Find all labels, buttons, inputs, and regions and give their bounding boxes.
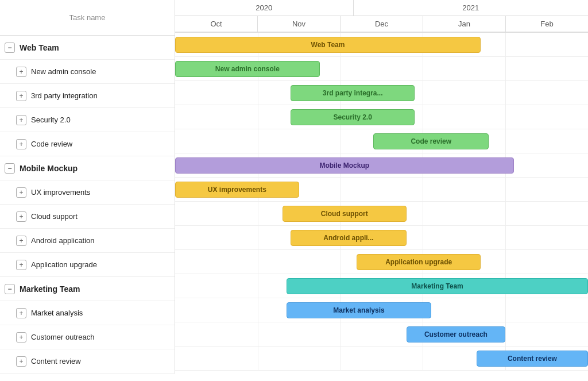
child-task-row[interactable]: +Security 2.0 bbox=[0, 108, 175, 132]
month-divider bbox=[505, 322, 506, 346]
gantt-bar[interactable]: Market analysis bbox=[287, 302, 431, 318]
month-divider bbox=[258, 105, 258, 129]
month-divider bbox=[505, 129, 506, 153]
expand-icon[interactable]: + bbox=[16, 139, 26, 149]
gantt-bar[interactable]: Content review bbox=[477, 351, 588, 367]
month-divider bbox=[258, 274, 258, 298]
chart-row-inner: Customer outreach bbox=[175, 322, 588, 346]
chart-row-inner: UX improvements bbox=[175, 178, 588, 201]
chart-row: Android appli... bbox=[175, 226, 588, 250]
month-divider bbox=[423, 178, 423, 201]
collapse-icon[interactable]: − bbox=[5, 163, 15, 174]
month-divider bbox=[258, 322, 258, 346]
task-rows: −Web Team+New admin console+3rd party in… bbox=[0, 36, 175, 374]
gantt-bar[interactable]: UX improvements bbox=[175, 182, 299, 198]
month-divider bbox=[258, 347, 258, 370]
task-label: Customer outreach bbox=[31, 333, 95, 341]
month-divider bbox=[423, 81, 423, 105]
chart-row-inner: 3rd party integra... bbox=[175, 81, 588, 105]
month-divider bbox=[505, 202, 506, 225]
child-task-row[interactable]: +Code review bbox=[0, 132, 175, 156]
chart-row: UX improvements bbox=[175, 178, 588, 202]
task-label: Marketing Team bbox=[20, 284, 80, 294]
gantt-bar[interactable]: Mobile Mockup bbox=[175, 157, 514, 174]
chart-row: Market analysis bbox=[175, 298, 588, 322]
group-task-row[interactable]: −Web Team bbox=[0, 36, 175, 60]
chart-row-inner: Cloud support bbox=[175, 202, 588, 225]
task-list-header: Task name bbox=[0, 0, 175, 36]
month-divider bbox=[505, 250, 506, 274]
expand-icon[interactable]: + bbox=[16, 211, 26, 222]
expand-icon[interactable]: + bbox=[16, 308, 26, 318]
task-label: Web Team bbox=[20, 43, 59, 52]
gantt-bar[interactable]: Marketing Team bbox=[287, 278, 588, 294]
child-task-row[interactable]: +UX improvements bbox=[0, 180, 175, 205]
task-label: Application upgrade bbox=[31, 260, 97, 269]
collapse-icon[interactable]: − bbox=[5, 284, 15, 294]
month-dec: Dec bbox=[341, 16, 423, 32]
gantt-bar[interactable]: New admin console bbox=[175, 61, 320, 77]
task-label: Code review bbox=[31, 140, 72, 148]
chart-row-inner: Market analysis bbox=[175, 298, 588, 322]
month-divider bbox=[423, 347, 423, 370]
month-divider bbox=[423, 57, 423, 80]
chart-row: Web Team bbox=[175, 33, 588, 57]
chart-row-inner: Security 2.0 bbox=[175, 105, 588, 129]
child-task-row[interactable]: +New admin console bbox=[0, 60, 175, 84]
month-oct: Oct bbox=[175, 16, 258, 32]
gantt-bar[interactable]: Cloud support bbox=[283, 206, 407, 222]
child-task-row[interactable]: +Market analysis bbox=[0, 301, 175, 325]
year-2020: 2020 bbox=[175, 0, 354, 16]
task-label: Content review bbox=[31, 357, 81, 365]
gantt-bar[interactable]: Customer outreach bbox=[407, 326, 506, 342]
month-divider bbox=[505, 57, 506, 80]
child-task-row[interactable]: +Customer outreach bbox=[0, 325, 175, 349]
gantt-bar[interactable]: Code review bbox=[373, 133, 489, 149]
expand-icon[interactable]: + bbox=[16, 236, 26, 246]
expand-icon[interactable]: + bbox=[16, 115, 26, 125]
gantt-bar[interactable]: Application upgrade bbox=[357, 254, 481, 270]
gantt-bar[interactable]: Security 2.0 bbox=[291, 109, 415, 125]
month-jan: Jan bbox=[423, 16, 506, 32]
child-task-row[interactable]: +3rd party integration bbox=[0, 84, 175, 108]
expand-icon[interactable]: + bbox=[16, 260, 26, 270]
expand-icon[interactable]: + bbox=[16, 187, 26, 198]
month-divider bbox=[341, 250, 341, 274]
expand-icon[interactable]: + bbox=[16, 91, 26, 101]
task-label: UX improvements bbox=[31, 188, 90, 197]
month-divider bbox=[341, 322, 341, 346]
child-task-row[interactable]: +Content review bbox=[0, 349, 175, 374]
expand-icon[interactable]: + bbox=[16, 332, 26, 342]
expand-icon[interactable]: + bbox=[16, 67, 26, 77]
gantt-chart: Task name −Web Team+New admin console+3r… bbox=[0, 0, 588, 374]
year-row: 2020 2021 bbox=[175, 0, 588, 16]
month-nov: Nov bbox=[258, 16, 341, 32]
month-divider bbox=[341, 347, 341, 370]
month-divider bbox=[258, 298, 258, 322]
child-task-row[interactable]: +Cloud support bbox=[0, 205, 175, 229]
gantt-bar[interactable]: Android appli... bbox=[291, 230, 406, 246]
chart-row-inner: Content review bbox=[175, 347, 588, 370]
child-task-row[interactable]: +Application upgrade bbox=[0, 253, 175, 277]
gantt-bar[interactable]: Web Team bbox=[175, 37, 481, 53]
month-divider bbox=[258, 129, 258, 153]
chart-row-inner: Marketing Team bbox=[175, 274, 588, 298]
task-label: New admin console bbox=[31, 67, 96, 76]
child-task-row[interactable]: +Android application bbox=[0, 229, 175, 253]
month-divider bbox=[341, 57, 341, 80]
gantt-bar[interactable]: 3rd party integra... bbox=[291, 85, 415, 101]
collapse-icon[interactable]: − bbox=[5, 43, 15, 53]
chart-rows: Web TeamNew admin console3rd party integ… bbox=[175, 33, 588, 371]
month-divider bbox=[423, 226, 423, 249]
month-divider bbox=[505, 33, 506, 56]
group-task-row[interactable]: −Marketing Team bbox=[0, 277, 175, 301]
chart-row: Marketing Team bbox=[175, 274, 588, 298]
year-2021: 2021 bbox=[354, 0, 588, 16]
month-divider bbox=[505, 105, 506, 129]
chart-row-inner: Application upgrade bbox=[175, 250, 588, 274]
chart-row: 3rd party integra... bbox=[175, 81, 588, 105]
group-task-row[interactable]: −Mobile Mockup bbox=[0, 156, 175, 180]
chart-row-inner: Code review bbox=[175, 129, 588, 153]
chart-row-inner: Mobile Mockup bbox=[175, 153, 588, 177]
expand-icon[interactable]: + bbox=[16, 356, 26, 367]
